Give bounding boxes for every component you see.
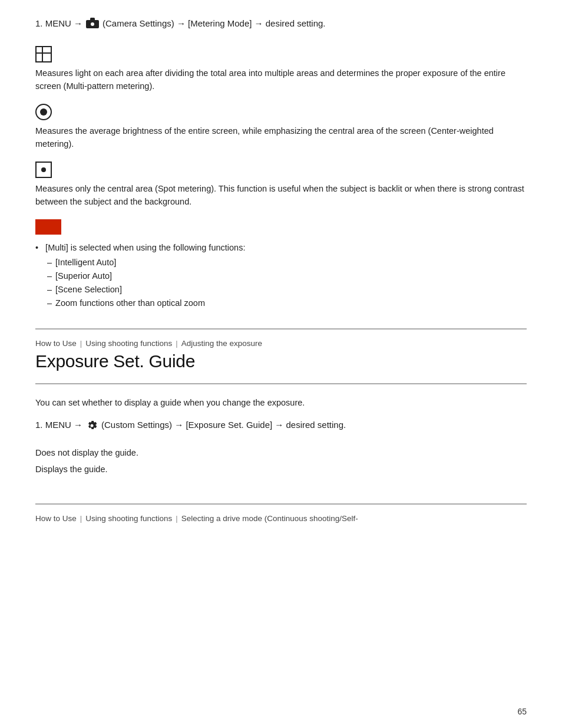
- sub-item-4: Zoom functions other than optical zoom: [47, 297, 527, 310]
- step-camera-text: (Camera Settings) → [Metering Mode] → de…: [103, 18, 326, 28]
- off-label: Does not display the guide.: [35, 448, 527, 457]
- section-divider-2: [35, 503, 527, 505]
- svg-rect-1: [90, 18, 95, 21]
- note-item: [Multi] is selected when using the follo…: [35, 243, 527, 311]
- section-2: How to Use | Using shooting functions | …: [35, 339, 527, 474]
- section-divider-1: [35, 328, 527, 330]
- breadcrumb-part2: Using shooting functions: [85, 339, 172, 348]
- page-number: 65: [517, 707, 527, 716]
- breadcrumb-part3: Adjusting the exposure: [181, 339, 262, 348]
- gear-icon: [86, 420, 98, 431]
- breadcrumb3-part2: Using shooting functions: [85, 514, 172, 523]
- step-prefix: 1. MENU →: [35, 18, 82, 28]
- step-1-custom-settings: 1. MENU → (Custom Settings) → [Exposure …: [35, 420, 527, 431]
- section-title: Exposure Set. Guide: [35, 351, 527, 371]
- section-title-divider: [35, 383, 527, 384]
- breadcrumb3-sep1: |: [80, 514, 82, 523]
- breadcrumb-part1: How to Use: [35, 339, 77, 348]
- camera-icon: [86, 18, 99, 28]
- breadcrumb-sep1: |: [80, 339, 82, 348]
- breadcrumb-section3: How to Use | Using shooting functions | …: [35, 514, 527, 523]
- multi-metering-section: Measures light on each area after dividi…: [35, 46, 527, 93]
- center-weighted-section: Measures the average brightness of the e…: [35, 104, 527, 151]
- step-1-camera-settings: 1. MENU → (Camera Settings) → [Metering …: [35, 18, 527, 28]
- svg-point-4: [91, 424, 94, 427]
- svg-point-3: [91, 22, 94, 26]
- sub-list: [Intelligent Auto] [Superior Auto] [Scen…: [47, 256, 527, 311]
- sub-item-3: [Scene Selection]: [47, 283, 527, 297]
- breadcrumb3-sep2: |: [176, 514, 177, 523]
- breadcrumb: How to Use | Using shooting functions | …: [35, 339, 527, 348]
- spot-metering-section: Measures only the central area (Spot met…: [35, 162, 527, 209]
- breadcrumb3-part1: How to Use: [35, 514, 77, 523]
- multi-metering-text: Measures light on each area after dividi…: [35, 67, 527, 93]
- spot-metering-icon: [35, 162, 52, 178]
- note-list: [Multi] is selected when using the follo…: [35, 243, 527, 311]
- intro-text: You can set whether to display a guide w…: [35, 396, 527, 409]
- spot-metering-text: Measures only the central area (Spot met…: [35, 182, 527, 209]
- step2-prefix: 1. MENU →: [35, 420, 82, 430]
- on-label: Displays the guide.: [35, 465, 527, 474]
- multi-metering-icon: [35, 46, 52, 62]
- step2-text: (Custom Settings) → [Exposure Set. Guide…: [101, 420, 346, 430]
- center-weighted-icon: [35, 104, 52, 120]
- breadcrumb-sep2: |: [176, 339, 177, 348]
- sub-item-2: [Superior Auto]: [47, 269, 527, 283]
- red-note-block: [35, 219, 61, 235]
- sub-item-1: [Intelligent Auto]: [47, 256, 527, 269]
- breadcrumb3-part3: Selecting a drive mode (Continuous shoot…: [181, 514, 358, 523]
- center-weighted-text: Measures the average brightness of the e…: [35, 124, 527, 151]
